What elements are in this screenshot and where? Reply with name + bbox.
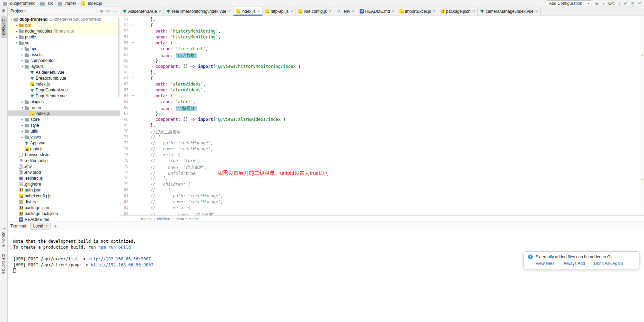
project-scrollbar[interactable] [118,17,120,97]
tab-vue-config-js[interactable]: vue.config.js× [296,7,334,16]
breadcrumb-item-src[interactable]: src [40,1,53,6]
update-project-icon[interactable]: ↓ [618,1,620,6]
chevron-right-icon[interactable]: ▸ [20,59,25,62]
tree-item-env[interactable]: .env [8,163,120,169]
commit-icon[interactable]: ✔ [624,1,627,6]
editor-breadcrumb-children[interactable]: children [157,217,170,221]
tree-item-index-js[interactable]: index.js [8,110,120,116]
tree-item-plugins[interactable]: ▸plugins [8,99,120,105]
tree-item-env-prod[interactable]: .env.prod [8,169,120,175]
tree-item-router[interactable]: ▾router [8,105,120,110]
tree-item-pagecontent-vue[interactable]: PageContent.vue [8,87,120,93]
chevron-down-icon[interactable]: ▾ [20,65,25,68]
editor[interactable]: 51 },52− {53 path: 'historyMonitoring',5… [120,16,644,215]
project-view-selector[interactable]: Project ▾ [10,9,26,14]
chevron-down-icon[interactable]: ▾ [15,41,19,45]
close-tab-icon[interactable]: × [290,9,293,14]
notification-action-view-files[interactable]: View Files [536,261,554,266]
tab-realtimemonitoring-index-vue[interactable]: realTimeMonitoring\index.vue× [164,7,233,16]
chevron-right-icon[interactable]: ▸ [20,129,25,133]
tree-item-package-json[interactable]: package.json [8,205,120,211]
tab-importexcel-js[interactable]: importExcel.js× [397,7,438,16]
close-tab-icon[interactable]: × [433,9,435,14]
locate-file-icon[interactable]: ⊕ [99,9,103,14]
tab-http-api-js[interactable]: http-api.js× [263,7,296,16]
close-tab-icon[interactable]: × [328,9,331,14]
tree-item-auth-json[interactable]: auth.json [8,187,120,193]
fold-marker-icon[interactable]: − [131,23,135,29]
tab-index-js[interactable]: index.js× [233,7,263,16]
chevron-down-icon[interactable]: ▾ [20,106,25,109]
terminal-tab-local[interactable]: Local × [30,223,51,230]
tree-item-dist[interactable]: ▸dist [8,22,120,28]
breadcrumb-item-router[interactable]: router [58,1,76,6]
tree-item-main-js[interactable]: main.js [8,146,120,152]
notification-action-always-add[interactable]: Always Add [563,261,585,266]
chevron-right-icon[interactable]: ▸ [20,124,25,127]
close-tab-icon[interactable]: × [392,9,395,14]
tree-item-style[interactable]: ▸style [8,122,120,128]
tree-item-browserslistrc[interactable]: .browserslistrc [8,152,120,158]
chevron-right-icon[interactable]: ▸ [20,118,25,121]
add-configuration-button[interactable]: Add Configuration... ▾ [546,0,592,6]
tree-item-readme-md[interactable]: README.md [8,216,120,222]
new-terminal-button[interactable]: + [54,223,57,229]
close-tab-icon[interactable]: × [228,9,231,14]
tree-item-public[interactable]: ▸public [8,34,120,40]
history-icon[interactable]: ◷ [630,1,634,6]
tree-item-src[interactable]: ▾src [8,40,120,46]
debug-icon[interactable]: ● [602,1,605,6]
tab-package-json[interactable]: package.json× [438,7,478,16]
tree-item-components[interactable]: ▸components [8,57,120,63]
tree-item-babel-config-js[interactable]: babel.config.js [8,193,120,199]
breadcrumb-item-duoji-frontend[interactable]: duoji-frontend [3,1,35,6]
tab-cameramanage-index-vue[interactable]: cameraManage\index.vue× [478,7,541,16]
fold-marker-icon[interactable]: − [131,41,135,46]
tree-item-asidemenu-vue[interactable]: AsideMenu.vue [8,69,120,75]
tree-item-eslintrc-js[interactable]: .eslintrc.js [8,175,120,181]
terminal-output[interactable]: Note that the development build is not o… [8,230,644,322]
tree-item-gitignore[interactable]: .gitignore [8,181,120,187]
error-stripe[interactable] [640,16,644,215]
tree-item-api[interactable]: ▸api [8,46,120,52]
chevron-right-icon[interactable]: ▸ [20,100,25,104]
close-tab-icon[interactable]: × [352,9,355,14]
tab-env[interactable]: .env× [334,7,357,16]
tree-item-pageheader-vue[interactable]: PageHeader.vue [8,93,120,99]
breadcrumb-item-index-js[interactable]: index.js [81,1,102,6]
tool-window-structure-button[interactable]: 7: Structure [1,224,7,250]
close-tab-icon[interactable]: × [472,9,475,14]
run-icon[interactable]: ▶ [596,1,599,6]
chevron-right-icon[interactable]: ▸ [20,47,25,51]
tab-readme-md[interactable]: README.md× [357,7,397,16]
chevron-right-icon[interactable]: ▸ [15,29,19,33]
terminal-link[interactable]: http://192.168.66.56:9007 [88,257,151,261]
tool-window-project-button[interactable]: 1: Project [1,16,7,38]
tree-item-dist-zip[interactable]: dist.zip [8,199,120,205]
tree-item-index-js[interactable]: index.js [8,81,120,87]
close-tab-icon[interactable]: × [159,9,161,14]
editor-breadcrumb-routes[interactable]: routes [141,217,152,221]
close-icon[interactable]: × [45,224,47,228]
fold-marker-icon[interactable]: − [131,93,135,99]
editor-breadcrumb-name[interactable]: name [189,217,199,221]
tree-item-node-modules[interactable]: ▸node_moduleslibrary root [8,28,120,34]
tree-item-views[interactable]: ▸views [8,134,120,140]
close-tab-icon[interactable]: × [257,9,260,14]
tree-item-breadcrumb-vue[interactable]: Breadcrumb.vue [8,75,120,81]
tool-window-favorites-button[interactable]: 2: Favorites [1,251,7,276]
tree-item-duoji-frontend[interactable]: ▾duoji-frontendD:\zheheWeb\duoji-fronten… [8,16,120,22]
tree-item-utils[interactable]: ▸utils [8,128,120,134]
chevron-right-icon[interactable]: ▸ [20,135,25,139]
rollback-icon[interactable]: ↶ [638,1,641,6]
tree-item-editorconfig[interactable]: .editorconfig [8,158,120,163]
tree-item-assets[interactable]: ▸assets [8,52,120,57]
close-tab-icon[interactable]: × [535,9,538,14]
tree-item-store[interactable]: ▸store [8,116,120,122]
editor-breadcrumb-meta[interactable]: meta [176,217,184,221]
notification-action-don-t-ask-again[interactable]: Don't Ask Again [594,261,623,266]
chevron-right-icon[interactable]: ▸ [15,35,19,39]
fold-marker-icon[interactable]: − [131,76,135,82]
tree-item-layouts[interactable]: ▾layouts [8,63,120,69]
hide-panel-icon[interactable]: — [113,9,117,14]
